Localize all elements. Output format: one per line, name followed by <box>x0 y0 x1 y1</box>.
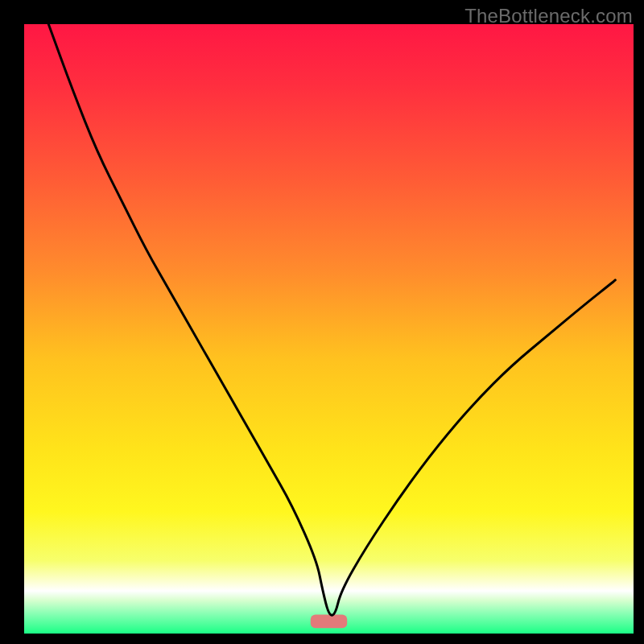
chart-stage: TheBottleneck.com <box>0 0 644 644</box>
plot-area <box>24 24 634 634</box>
bottleneck-chart <box>0 0 644 644</box>
watermark-text: TheBottleneck.com <box>464 5 633 27</box>
optimal-marker <box>311 615 347 629</box>
